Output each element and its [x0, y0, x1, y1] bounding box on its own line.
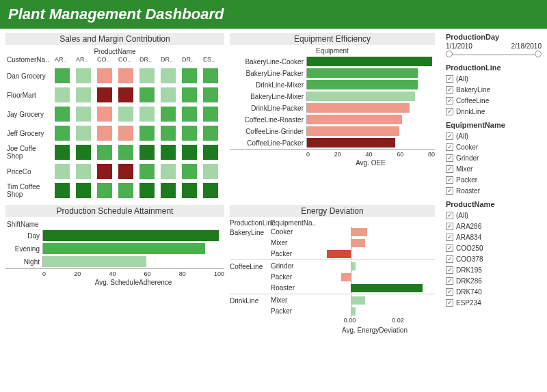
- efficiency-row[interactable]: CoffeeLine-Grinder: [230, 126, 435, 137]
- filter-option[interactable]: ✓COO378: [446, 253, 542, 264]
- filter-option[interactable]: ✓BakeryLine: [446, 84, 542, 95]
- energy-bar[interactable]: [351, 262, 356, 270]
- efficiency-row[interactable]: CoffeeLine-Packer: [230, 137, 435, 148]
- energy-row[interactable]: BakeryLineCooker: [230, 227, 435, 237]
- heatmap-cell[interactable]: [76, 126, 91, 141]
- filter-option[interactable]: ✓DrinkLine: [446, 106, 542, 117]
- efficiency-row[interactable]: BakeryLine-Mixer: [230, 91, 435, 102]
- filter-option[interactable]: ✓Mixer: [446, 163, 542, 174]
- energy-chart[interactable]: BakeryLineCookerMixerPackerCoffeeLineGri…: [230, 227, 435, 317]
- filter-option[interactable]: ✓(All): [446, 210, 542, 221]
- checkbox-icon[interactable]: ✓: [446, 108, 453, 115]
- checkbox-icon[interactable]: ✓: [446, 143, 453, 151]
- heatmap-cell[interactable]: [97, 145, 112, 160]
- heatmap-cell[interactable]: [203, 164, 218, 179]
- energy-row[interactable]: DrinkLineMixer: [230, 295, 435, 305]
- filter-option[interactable]: ✓(All): [446, 73, 542, 84]
- efficiency-bar[interactable]: [307, 126, 399, 136]
- filter-option[interactable]: ✓(All): [446, 130, 542, 141]
- filter-option[interactable]: ✓DRK286: [446, 275, 542, 286]
- heatmap-cell[interactable]: [97, 126, 112, 141]
- heatmap-cell[interactable]: [161, 107, 176, 122]
- efficiency-bar[interactable]: [307, 57, 432, 66]
- efficiency-row[interactable]: CoffeeLine-Roaster: [230, 114, 435, 125]
- schedule-bar[interactable]: [43, 256, 146, 267]
- energy-bar[interactable]: [351, 228, 368, 236]
- heatmap-cell[interactable]: [76, 164, 91, 179]
- filter-option[interactable]: ✓Grinder: [446, 152, 542, 163]
- schedule-bar[interactable]: [43, 230, 219, 241]
- heatmap-cell[interactable]: [76, 183, 91, 198]
- heatmap-cell[interactable]: [182, 107, 197, 122]
- efficiency-row[interactable]: BakeryLine-Packer: [230, 68, 435, 79]
- schedule-row[interactable]: Night: [5, 255, 224, 268]
- energy-row[interactable]: Packer: [230, 272, 435, 282]
- heatmap-row-header[interactable]: Tim Coffee Shop: [7, 182, 52, 199]
- heatmap-cell[interactable]: [161, 87, 176, 102]
- efficiency-row[interactable]: DrinkLine-Packer: [230, 102, 435, 113]
- schedule-row[interactable]: Day: [5, 229, 224, 242]
- heatmap-cell[interactable]: [55, 145, 70, 160]
- heatmap-cell[interactable]: [118, 145, 133, 160]
- checkbox-icon[interactable]: ✓: [446, 97, 453, 104]
- heatmap-cell[interactable]: [55, 164, 70, 179]
- heatmap-cell[interactable]: [76, 87, 91, 102]
- efficiency-row[interactable]: BakeryLine-Cooker: [230, 56, 435, 67]
- heatmap-cell[interactable]: [139, 164, 155, 179]
- energy-row[interactable]: CoffeeLineGrinder: [230, 261, 435, 271]
- heatmap-cell[interactable]: [161, 145, 176, 160]
- heatmap-col-header[interactable]: DR..: [182, 56, 200, 66]
- heatmap-cell[interactable]: [182, 145, 197, 160]
- energy-row[interactable]: Packer: [230, 249, 435, 259]
- heatmap-row-header[interactable]: FloorMart: [7, 86, 52, 104]
- efficiency-chart[interactable]: BakeryLine-CookerBakeryLine-PackerDrinkL…: [230, 56, 435, 149]
- date-slider[interactable]: [446, 50, 542, 59]
- filter-option[interactable]: ✓DRK740: [446, 286, 542, 297]
- schedule-row[interactable]: Evening: [5, 242, 224, 255]
- heatmap-cell[interactable]: [139, 68, 155, 83]
- checkbox-icon[interactable]: ✓: [446, 75, 453, 83]
- heatmap-cell[interactable]: [161, 126, 176, 141]
- checkbox-icon[interactable]: ✓: [446, 299, 453, 307]
- checkbox-icon[interactable]: ✓: [446, 266, 453, 274]
- heatmap-cell[interactable]: [182, 87, 197, 102]
- heatmap-row-header[interactable]: Jeff Grocery: [7, 124, 52, 142]
- checkbox-icon[interactable]: ✓: [446, 277, 453, 285]
- heatmap-cell[interactable]: [118, 183, 133, 198]
- energy-bar[interactable]: [351, 284, 423, 292]
- heatmap-cell[interactable]: [161, 68, 176, 83]
- heatmap-cell[interactable]: [118, 87, 133, 102]
- checkbox-icon[interactable]: ✓: [446, 154, 453, 162]
- efficiency-bar[interactable]: [307, 138, 395, 148]
- heatmap-cell[interactable]: [182, 68, 197, 83]
- checkbox-icon[interactable]: ✓: [446, 234, 453, 241]
- energy-bar[interactable]: [351, 239, 365, 247]
- heatmap-cell[interactable]: [139, 145, 155, 160]
- heatmap-cell[interactable]: [139, 87, 155, 102]
- heatmap-col-header[interactable]: DR..: [139, 56, 158, 66]
- efficiency-bar[interactable]: [307, 103, 410, 113]
- efficiency-bar[interactable]: [307, 92, 415, 101]
- heatmap-col-header[interactable]: CO..: [97, 56, 116, 66]
- heatmap-cell[interactable]: [203, 183, 218, 198]
- heatmap-cell[interactable]: [182, 164, 197, 179]
- heatmap-cell[interactable]: [76, 145, 91, 160]
- heatmap-cell[interactable]: [97, 183, 112, 198]
- heatmap-col-header[interactable]: DR..: [161, 56, 179, 66]
- heatmap-cell[interactable]: [55, 68, 70, 83]
- heatmap-row-header[interactable]: PriceCo: [7, 163, 52, 180]
- energy-row[interactable]: Packer: [230, 306, 435, 316]
- heatmap-col-header[interactable]: CO..: [118, 56, 137, 66]
- heatmap-cell[interactable]: [203, 87, 218, 102]
- heatmap-cell[interactable]: [203, 126, 218, 141]
- heatmap-row-header[interactable]: Jay Grocery: [7, 105, 52, 123]
- heatmap-cell[interactable]: [139, 107, 155, 122]
- efficiency-bar[interactable]: [307, 68, 418, 78]
- efficiency-bar[interactable]: [307, 80, 418, 89]
- checkbox-icon[interactable]: ✓: [446, 132, 453, 140]
- heatmap-cell[interactable]: [55, 126, 70, 141]
- energy-row[interactable]: Roaster: [230, 283, 435, 293]
- energy-bar[interactable]: [351, 307, 356, 316]
- filter-option[interactable]: ✓Packer: [446, 174, 542, 185]
- heatmap-cell[interactable]: [55, 183, 70, 198]
